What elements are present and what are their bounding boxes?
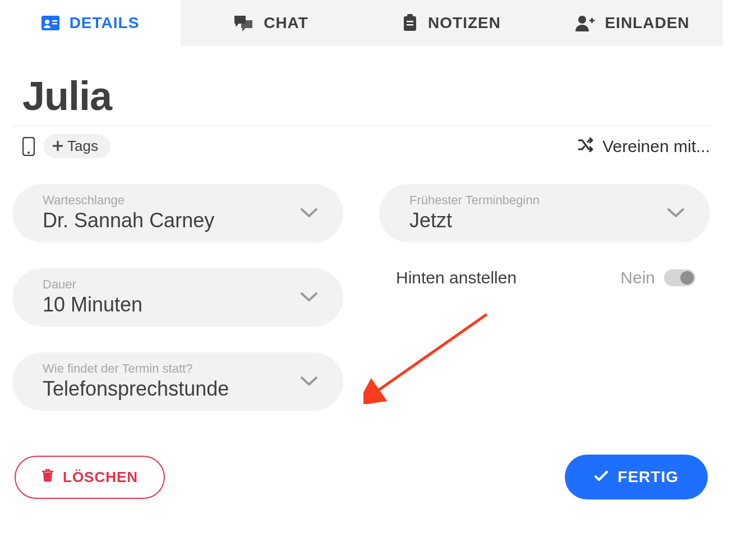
queue-label: Warteschlange (43, 193, 214, 208)
mode-label: Wie findet der Termin statt? (43, 361, 229, 376)
svg-rect-3 (52, 23, 57, 25)
svg-rect-2 (52, 20, 57, 22)
mode-value: Telefonsprechstunde (43, 377, 229, 401)
svg-point-8 (578, 16, 586, 24)
earliest-label: Frühester Terminbeginn (409, 193, 540, 208)
duration-value: 10 Minuten (43, 293, 142, 317)
svg-rect-5 (407, 14, 413, 19)
merge-button[interactable]: Vereinen mit... (578, 137, 710, 156)
tabbar: DETAILS CHAT NOTIZEN EINLADEN (0, 0, 722, 46)
plus-icon (53, 137, 63, 155)
svg-rect-6 (407, 21, 413, 22)
tab-chat[interactable]: CHAT (181, 0, 361, 46)
add-tags-button[interactable]: Tags (44, 134, 110, 158)
tab-details[interactable]: DETAILS (0, 0, 181, 46)
duration-select[interactable]: Dauer 10 Minuten (12, 268, 343, 327)
chat-icon (233, 15, 253, 31)
shuffle-icon (578, 137, 596, 156)
toggle-back-switch[interactable] (664, 269, 695, 286)
done-button-label: FERTIG (617, 468, 679, 486)
user-plus-icon (574, 15, 594, 31)
merge-label: Vereinen mit... (602, 137, 710, 156)
svg-rect-14 (53, 145, 63, 147)
chevron-down-icon (299, 375, 319, 387)
tab-details-label: DETAILS (70, 14, 140, 32)
svg-rect-7 (407, 24, 413, 26)
tab-invite-label: EINLADEN (605, 14, 689, 32)
mode-select[interactable]: Wie findet der Termin statt? Telefonspre… (12, 352, 343, 411)
toggle-back-value: Nein (620, 268, 655, 287)
svg-rect-10 (591, 18, 593, 23)
trash-icon (42, 468, 54, 487)
chevron-down-icon (299, 207, 319, 218)
earliest-value: Jetzt (409, 209, 540, 232)
subrow: Tags Vereinen mit... (12, 126, 710, 164)
svg-point-12 (27, 152, 30, 154)
patient-name: Julia (12, 73, 710, 119)
clipboard-icon (402, 14, 418, 32)
tab-invite[interactable]: EINLADEN (542, 0, 722, 46)
chevron-down-icon (299, 291, 319, 302)
mobile-icon (22, 137, 35, 156)
id-card-icon (42, 16, 59, 30)
tab-notes[interactable]: NOTIZEN (361, 0, 542, 46)
tab-chat-label: CHAT (264, 14, 308, 32)
tags-button-label: Tags (67, 137, 98, 155)
delete-button[interactable]: LÖSCHEN (15, 456, 165, 499)
tab-notes-label: NOTIZEN (428, 14, 501, 32)
delete-button-label: LÖSCHEN (63, 469, 138, 486)
queue-select[interactable]: Warteschlange Dr. Sannah Carney (12, 184, 343, 242)
duration-label: Dauer (43, 277, 142, 292)
check-icon (594, 468, 609, 486)
svg-point-1 (45, 20, 49, 24)
toggle-back-label: Hinten anstellen (396, 268, 517, 287)
earliest-select[interactable]: Frühester Terminbeginn Jetzt (379, 184, 710, 242)
queue-value: Dr. Sannah Carney (43, 209, 214, 232)
toggle-back-row: Hinten anstellen Nein (379, 268, 710, 287)
chevron-down-icon (666, 207, 685, 218)
done-button[interactable]: FERTIG (565, 455, 708, 499)
